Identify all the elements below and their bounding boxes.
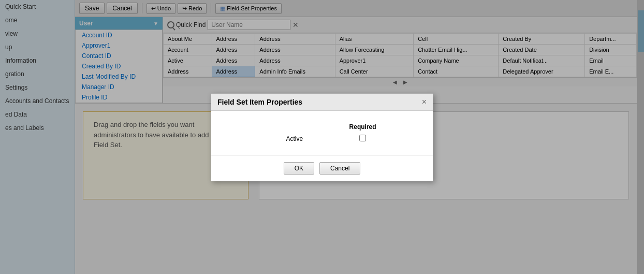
modal-active-checkbox[interactable] — [359, 135, 366, 141]
modal-close-button[interactable]: × — [422, 98, 427, 106]
modal-active-label: Active — [227, 133, 308, 145]
modal-col-label — [227, 121, 308, 133]
modal-ok-button[interactable]: OK — [284, 162, 314, 175]
modal-table: Required Active — [227, 121, 417, 145]
modal-footer: OK Cancel — [211, 155, 433, 181]
modal-row-active: Active — [227, 133, 417, 145]
modal-overlay: Field Set Item Properties × Required Act… — [0, 0, 644, 274]
modal-col-required: Required — [308, 121, 417, 133]
modal-body: Required Active — [211, 111, 433, 155]
modal-title: Field Set Item Properties — [217, 98, 302, 106]
modal-header: Field Set Item Properties × — [211, 94, 433, 111]
modal-dialog: Field Set Item Properties × Required Act… — [211, 93, 433, 181]
modal-active-checkbox-cell — [308, 133, 417, 145]
modal-cancel-button[interactable]: Cancel — [319, 162, 360, 175]
